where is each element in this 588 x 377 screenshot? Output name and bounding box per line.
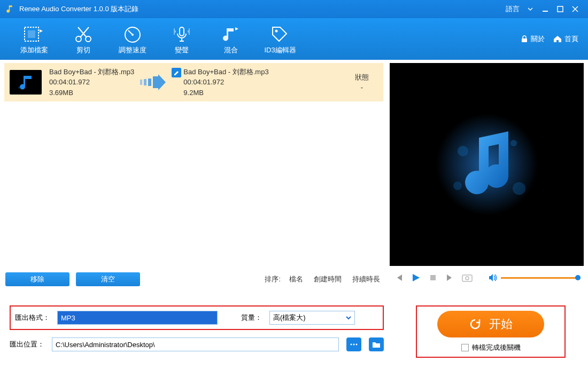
chevron-down-icon [346, 315, 351, 320]
close-button[interactable] [568, 2, 583, 17]
svg-point-11 [18, 87, 20, 89]
svg-point-23 [466, 277, 469, 280]
output-duration: 00:04:01.972 [183, 77, 268, 88]
speed-button[interactable]: 調整速度 [108, 23, 157, 55]
home-icon [553, 35, 562, 43]
svg-point-17 [458, 146, 468, 156]
svg-rect-3 [28, 30, 35, 38]
sort-label: 排序: [265, 274, 281, 284]
shutdown-label: 轉檔完成後關機 [472, 343, 521, 352]
path-input[interactable] [52, 337, 339, 351]
tool-label: 調整速度 [119, 45, 146, 55]
voice-button[interactable]: 變聲 [157, 23, 206, 55]
export-settings-row: 匯出格式： MP3 質量： 高(檔案大) [10, 305, 384, 330]
tool-label: 添加檔案 [20, 45, 48, 55]
format-label: 匯出格式： [15, 313, 50, 323]
arrow-icon [134, 74, 172, 90]
status-value: - [346, 82, 378, 93]
browse-folder-button[interactable] [369, 337, 384, 351]
status-header: 狀態 [346, 72, 378, 83]
gauge-icon [123, 25, 142, 43]
source-file-info: Bad Boy+Bad - 刘郡格.mp3 00:04:01.972 3.69M… [49, 67, 134, 98]
next-button[interactable] [444, 272, 456, 284]
output-size: 9.2MB [183, 88, 268, 98]
clear-button[interactable]: 清空 [76, 272, 140, 286]
volume-icon [488, 273, 498, 282]
list-actions-bar: 移除 清空 排序: 檔名 創建時間 持續時長 [4, 269, 383, 289]
file-thumbnail [10, 70, 42, 95]
source-duration: 00:04:01.972 [49, 77, 134, 88]
svg-point-26 [356, 344, 358, 345]
maximize-button[interactable] [553, 2, 568, 17]
app-logo-icon [5, 4, 15, 14]
about-link[interactable]: 關於 [521, 34, 545, 44]
chevron-down-icon[interactable] [523, 2, 538, 17]
sort-by-name[interactable]: 檔名 [287, 274, 305, 284]
preview-area [390, 63, 584, 266]
volume-slider[interactable] [488, 273, 581, 282]
cut-button[interactable]: 剪切 [59, 23, 108, 55]
svg-point-25 [353, 344, 355, 345]
preview-music-icon [434, 111, 540, 218]
tool-label: 混合 [224, 45, 238, 55]
mix-icon [221, 25, 241, 43]
bottom-panel: 匯出格式： MP3 質量： 高(檔案大) 匯出位置： 开始 轉檔完成後關機 [0, 289, 588, 363]
refresh-icon [469, 318, 482, 331]
play-button[interactable] [410, 272, 422, 284]
tag-icon [270, 25, 290, 43]
scissors-icon [74, 25, 93, 43]
prev-button[interactable] [393, 272, 405, 284]
quality-select[interactable]: 高(檔案大) [269, 311, 355, 325]
remove-button[interactable]: 移除 [5, 272, 69, 286]
more-button[interactable] [346, 337, 361, 351]
mix-button[interactable]: 混合 [206, 23, 256, 55]
quality-label: 質量： [241, 313, 262, 323]
source-size: 3.69MB [49, 88, 134, 98]
film-add-icon [24, 25, 45, 43]
main-area: Bad Boy+Bad - 刘郡格.mp3 00:04:01.972 3.69M… [0, 60, 588, 289]
tool-label: 變聲 [175, 45, 189, 55]
player-controls [390, 266, 584, 289]
start-button[interactable]: 开始 [437, 311, 544, 337]
file-row[interactable]: Bad Boy+Bad - 刘郡格.mp3 00:04:01.972 3.69M… [4, 63, 383, 101]
sort-by-duration[interactable]: 持續時長 [350, 274, 382, 284]
format-select[interactable]: MP3 [57, 311, 218, 325]
svg-point-20 [513, 182, 525, 195]
checkbox-icon[interactable] [461, 344, 469, 351]
svg-point-7 [131, 34, 134, 36]
home-link[interactable]: 首頁 [553, 34, 578, 44]
stop-button[interactable] [427, 272, 439, 284]
svg-rect-14 [148, 78, 151, 86]
shutdown-checkbox-row[interactable]: 轉檔完成後關機 [461, 343, 521, 352]
edit-icon[interactable] [172, 68, 181, 77]
title-bar: Renee Audio Converter 1.0.0 版本記錄 語言 [0, 0, 588, 18]
svg-point-19 [453, 182, 462, 190]
svg-rect-8 [180, 27, 184, 36]
source-filename: Bad Boy+Bad - 刘郡格.mp3 [49, 67, 134, 77]
svg-rect-13 [144, 79, 146, 85]
status-column: 狀態 - [346, 72, 378, 93]
sort-by-created[interactable]: 創建時間 [312, 274, 344, 284]
svg-point-18 [510, 140, 517, 146]
snapshot-button[interactable] [461, 272, 473, 284]
chevron-down-icon [208, 315, 214, 320]
id3-editor-button[interactable]: ID3編輯器 [256, 23, 305, 55]
language-menu[interactable]: 語言 [506, 4, 520, 14]
svg-point-24 [351, 344, 352, 345]
svg-rect-12 [140, 80, 142, 85]
output-file-info: Bad Boy+Bad - 刘郡格.mp3 00:04:01.972 9.2MB [172, 67, 268, 98]
svg-point-9 [275, 30, 278, 33]
path-label: 匯出位置： [10, 340, 44, 349]
toolbar: 添加檔案 剪切 調整速度 變聲 混合 ID3編輯器 關於 首頁 [0, 18, 588, 60]
lock-icon [521, 35, 528, 43]
add-files-button[interactable]: 添加檔案 [10, 23, 59, 55]
tool-label: 剪切 [76, 45, 90, 55]
app-title: Renee Audio Converter 1.0.0 版本記錄 [19, 4, 138, 14]
output-filename: Bad Boy+Bad - 刘郡格.mp3 [183, 67, 268, 77]
svg-rect-0 [543, 11, 548, 12]
microphone-icon [172, 25, 191, 43]
svg-rect-22 [462, 275, 472, 281]
tool-label: ID3編輯器 [264, 45, 296, 55]
export-path-row: 匯出位置： [10, 337, 384, 351]
minimize-button[interactable] [538, 2, 553, 17]
